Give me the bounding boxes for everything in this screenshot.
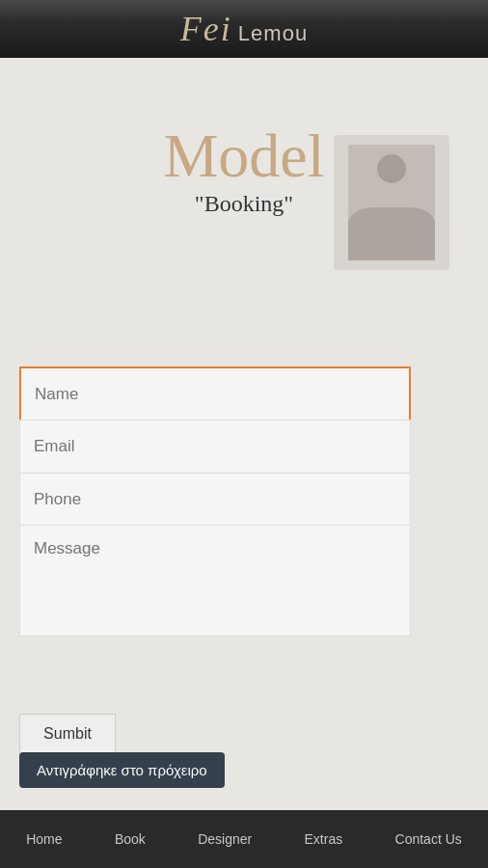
main-content: Model "Booking" Sumbit Αντιγράφηκε στο π… [0, 58, 488, 810]
name-input[interactable] [19, 366, 411, 420]
profile-photo [334, 135, 449, 270]
bottom-navigation: Home Book Designer Extras Contact Us [0, 810, 488, 868]
nav-extras[interactable]: Extras [299, 824, 349, 854]
brand-lemou: Lemou [238, 21, 308, 46]
submit-button[interactable]: Sumbit [19, 714, 116, 754]
booking-form [19, 366, 411, 637]
nav-home[interactable]: Home [20, 824, 68, 854]
email-input[interactable] [19, 420, 411, 473]
message-input[interactable] [19, 526, 411, 637]
brand-fei: Fei [180, 9, 232, 49]
photo-silhouette [348, 145, 435, 260]
clipboard-tooltip: Αντιγράφηκε στο πρόχειρο [19, 752, 225, 788]
header-title: Fei Lemou [180, 9, 308, 49]
phone-input[interactable] [19, 473, 411, 526]
nav-contact-us[interactable]: Contact Us [390, 824, 468, 854]
app-header: Fei Lemou [0, 0, 488, 58]
nav-book[interactable]: Book [109, 824, 151, 854]
nav-designer[interactable]: Designer [192, 824, 258, 854]
